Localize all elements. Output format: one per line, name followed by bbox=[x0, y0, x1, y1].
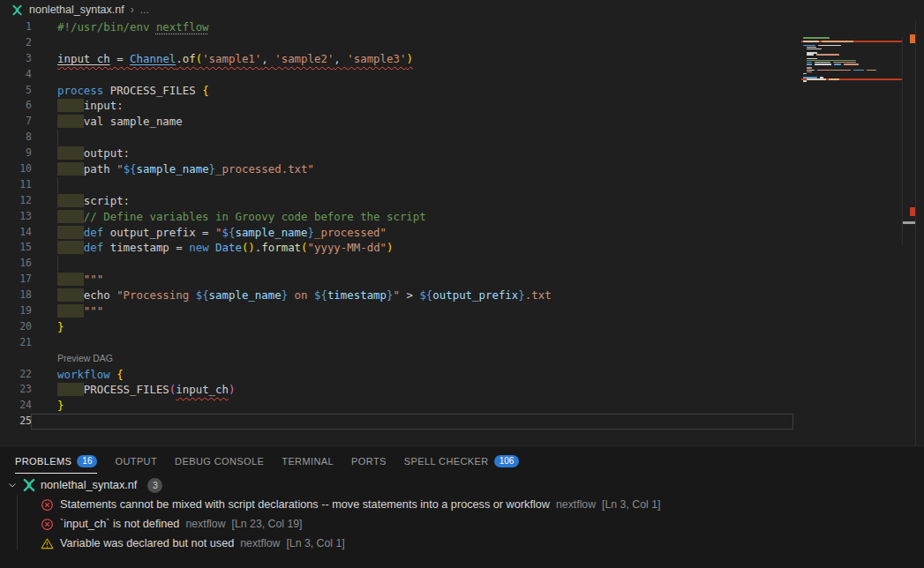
code-line-text[interactable] bbox=[32, 256, 58, 272]
code-line[interactable]: 13 // Define variables in Groovy code be… bbox=[0, 209, 794, 225]
line-number[interactable]: 11 bbox=[0, 177, 32, 193]
code-line-text[interactable]: echo "Processing ${sample_name} on ${tim… bbox=[32, 288, 552, 303]
code-line[interactable]: 16 bbox=[0, 256, 794, 272]
code-line-text[interactable]: def output_prefix = "${sample_name}_proc… bbox=[32, 225, 387, 241]
panel-tab-output[interactable]: OUTPUT bbox=[115, 446, 157, 475]
code-line[interactable]: 19 """ bbox=[0, 303, 794, 319]
line-number[interactable]: 22 bbox=[0, 367, 32, 383]
line-number[interactable]: 1 bbox=[0, 19, 32, 35]
code-line[interactable]: 5process PROCESS_FILES { bbox=[0, 83, 794, 99]
line-number[interactable]: 2 bbox=[0, 35, 32, 51]
line-number[interactable]: 7 bbox=[0, 114, 32, 130]
code-line[interactable]: 11 bbox=[0, 177, 794, 193]
line-number[interactable]: 12 bbox=[0, 193, 32, 209]
code-line[interactable]: 23 PROCESS_FILES(input_ch) bbox=[0, 382, 794, 398]
code-line[interactable]: 3input_ch = Channel.of('sample1', 'sampl… bbox=[0, 51, 794, 67]
code-line[interactable]: 9 output: bbox=[0, 146, 794, 161]
code-line-text[interactable] bbox=[32, 35, 57, 51]
problem-row[interactable]: Statements cannot be mixed with script d… bbox=[0, 495, 924, 514]
line-number[interactable]: 16 bbox=[0, 256, 32, 272]
line-number[interactable]: 9 bbox=[0, 146, 32, 161]
code-line[interactable]: 21 bbox=[0, 335, 794, 351]
code-line-text[interactable]: script: bbox=[32, 193, 130, 209]
breadcrumb-filename[interactable]: nonlethal_syntax.nf bbox=[29, 4, 124, 16]
code-line[interactable]: 2 bbox=[0, 35, 794, 51]
line-number[interactable]: 13 bbox=[0, 209, 32, 225]
line-number[interactable]: 3 bbox=[0, 51, 32, 67]
code-line-text[interactable]: input_ch = Channel.of('sample1', 'sample… bbox=[32, 51, 413, 67]
code-line-text[interactable]: input: bbox=[32, 98, 124, 114]
problem-row[interactable]: `input_ch` is not definednextflow[Ln 23,… bbox=[0, 514, 924, 534]
line-number[interactable]: 17 bbox=[0, 272, 32, 288]
tab-label: PORTS bbox=[351, 456, 387, 467]
panel-tab-terminal[interactable]: TERMINAL bbox=[282, 446, 334, 475]
code-area[interactable]: 1#!/usr/bin/env nextflow23input_ch = Cha… bbox=[0, 19, 794, 430]
problem-row[interactable]: Variable was declared but not usednextfl… bbox=[0, 534, 924, 553]
line-number[interactable]: 15 bbox=[0, 240, 32, 256]
code-line-text[interactable]: PROCESS_FILES(input_ch) bbox=[32, 382, 235, 398]
line-number[interactable]: 24 bbox=[0, 398, 32, 414]
breadcrumb-ellipsis[interactable]: ... bbox=[140, 4, 149, 16]
line-number[interactable]: 14 bbox=[0, 225, 32, 241]
code-line-text[interactable] bbox=[32, 177, 58, 193]
codelens-row[interactable]: Preview DAG bbox=[0, 351, 794, 367]
line-number[interactable]: 8 bbox=[0, 130, 32, 146]
line-number[interactable]: 6 bbox=[0, 98, 32, 114]
code-token bbox=[57, 162, 84, 176]
code-line[interactable]: 12 script: bbox=[0, 193, 794, 209]
code-line[interactable]: 6 input: bbox=[0, 98, 794, 114]
code-token: on bbox=[288, 288, 314, 302]
code-line[interactable]: 8 bbox=[0, 130, 794, 146]
code-line[interactable]: 17 """ bbox=[0, 272, 794, 288]
code-line-text[interactable] bbox=[32, 414, 57, 430]
code-line-text[interactable]: #!/usr/bin/env nextflow bbox=[32, 19, 209, 35]
code-editor[interactable]: 1#!/usr/bin/env nextflow23input_ch = Cha… bbox=[0, 19, 924, 445]
code-line-text[interactable] bbox=[32, 130, 58, 146]
line-number[interactable]: 19 bbox=[0, 303, 32, 319]
code-token: = bbox=[110, 52, 130, 65]
panel-tab-debug-console[interactable]: DEBUG CONSOLE bbox=[175, 446, 264, 475]
codelens-preview-dag[interactable]: Preview DAG bbox=[32, 351, 113, 367]
code-line-text[interactable]: def timestamp = new Date().format("yyyy-… bbox=[32, 240, 394, 256]
code-line-text[interactable]: } bbox=[32, 398, 64, 414]
line-number[interactable]: 21 bbox=[0, 335, 32, 351]
code-line-text[interactable] bbox=[32, 67, 57, 83]
code-line-text[interactable]: } bbox=[32, 319, 64, 335]
code-line[interactable]: 15 def timestamp = new Date().format("yy… bbox=[0, 240, 794, 256]
code-line-text[interactable]: workflow { bbox=[32, 367, 124, 383]
line-number[interactable]: 5 bbox=[0, 83, 32, 99]
line-number[interactable]: 20 bbox=[0, 319, 32, 335]
code-line[interactable]: 22workflow { bbox=[0, 367, 794, 383]
code-line[interactable]: 10 path "${sample_name}_processed.txt" bbox=[0, 161, 794, 177]
code-token: .txt bbox=[525, 288, 552, 302]
line-number[interactable]: 25 bbox=[0, 414, 32, 430]
line-number[interactable]: 18 bbox=[0, 288, 32, 303]
code-line-text[interactable]: val sample_name bbox=[32, 114, 183, 130]
line-number[interactable] bbox=[0, 351, 32, 367]
code-line-text[interactable] bbox=[32, 335, 57, 351]
code-line-text[interactable]: path "${sample_name}_processed.txt" bbox=[32, 161, 314, 177]
code-line[interactable]: 18 echo "Processing ${sample_name} on ${… bbox=[0, 288, 794, 303]
code-line[interactable]: 24} bbox=[0, 398, 794, 414]
code-token: timestamp bbox=[327, 288, 387, 302]
minimap[interactable] bbox=[801, 37, 902, 88]
code-line[interactable]: 14 def output_prefix = "${sample_name}_p… bbox=[0, 225, 794, 241]
line-number[interactable]: 10 bbox=[0, 161, 32, 177]
code-line-text[interactable]: // Define variables in Groovy code befor… bbox=[32, 209, 426, 225]
panel-tab-spell-checker[interactable]: SPELL CHECKER106 bbox=[404, 446, 520, 475]
problems-file-group[interactable]: nonlethal_syntax.nf 3 bbox=[0, 475, 924, 495]
chevron-down-icon[interactable] bbox=[7, 480, 18, 490]
code-line-text[interactable]: process PROCESS_FILES { bbox=[32, 83, 209, 99]
code-line[interactable]: 1#!/usr/bin/env nextflow bbox=[0, 19, 794, 35]
code-line[interactable]: 20} bbox=[0, 319, 794, 335]
code-line[interactable]: 7 val sample_name bbox=[0, 114, 794, 130]
code-line-text[interactable]: output: bbox=[32, 146, 130, 161]
code-line-text[interactable]: """ bbox=[32, 303, 103, 319]
code-line-text[interactable]: """ bbox=[32, 272, 103, 288]
panel-tab-ports[interactable]: PORTS bbox=[351, 446, 387, 475]
code-line[interactable]: 25 bbox=[0, 414, 794, 430]
panel-tab-problems[interactable]: PROBLEMS16 bbox=[15, 446, 97, 475]
line-number[interactable]: 23 bbox=[0, 382, 32, 398]
code-line[interactable]: 4 bbox=[0, 67, 794, 83]
line-number[interactable]: 4 bbox=[0, 67, 32, 83]
